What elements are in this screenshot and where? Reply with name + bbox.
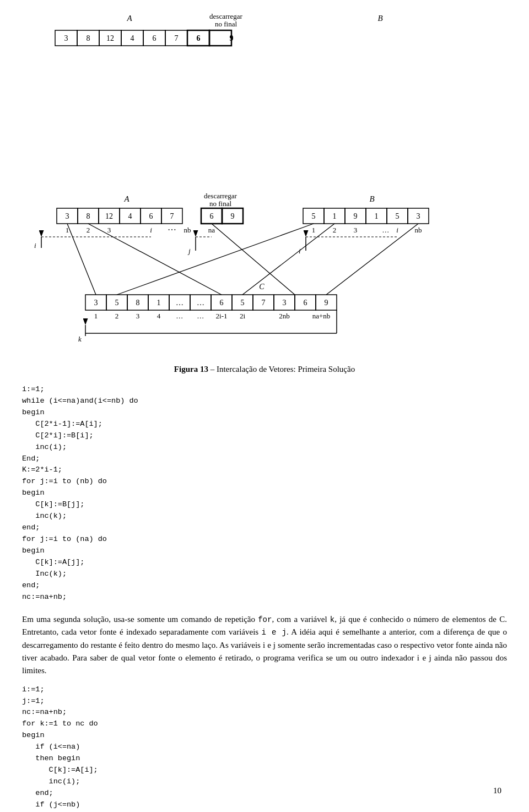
svg-text:no final: no final <box>215 20 237 28</box>
svg-text:4: 4 <box>128 212 132 220</box>
svg-text:j: j <box>187 247 191 255</box>
svg-text:6: 6 <box>149 212 153 220</box>
svg-text:…: … <box>197 299 204 307</box>
svg-text:2i: 2i <box>240 312 246 320</box>
svg-line-119 <box>212 224 295 295</box>
svg-text:no final: no final <box>209 199 231 208</box>
figure-diagram: A descarregar no final B 3 8 12 4 6 7 6 … <box>25 193 504 358</box>
svg-text:6: 6 <box>304 299 307 307</box>
svg-text:nb: nb <box>184 226 191 234</box>
svg-text:3: 3 <box>94 299 98 307</box>
svg-text:…: … <box>176 312 183 320</box>
svg-text:12: 12 <box>106 34 114 42</box>
svg-text:5: 5 <box>241 299 245 307</box>
svg-text:na: na <box>208 226 215 234</box>
svg-text:i: i <box>396 226 398 234</box>
svg-text:nb: nb <box>415 226 422 234</box>
svg-line-117 <box>117 224 314 295</box>
svg-text:9: 9 <box>354 212 358 220</box>
svg-text:2: 2 <box>115 312 119 320</box>
svg-text:1: 1 <box>333 212 337 220</box>
figure-caption-rest: – Intercalação de Vetores: Primeira Solu… <box>208 365 355 373</box>
svg-text:9: 9 <box>325 299 328 307</box>
svg-text:na+nb: na+nb <box>312 312 331 320</box>
svg-text:5: 5 <box>312 212 316 220</box>
svg-text:6: 6 <box>210 212 214 220</box>
svg-text:12: 12 <box>105 212 113 220</box>
svg-text:3: 3 <box>354 226 358 234</box>
svg-text:8: 8 <box>136 299 140 307</box>
svg-text:3: 3 <box>107 226 111 234</box>
para1-text-mid: , com a variável <box>272 615 330 624</box>
svg-rect-18 <box>209 30 231 46</box>
svg-text:7: 7 <box>170 212 174 220</box>
para1-mono1: for <box>258 615 272 624</box>
svg-text:9: 9 <box>231 212 235 220</box>
figure-svg: A descarregar no final B 3 8 12 4 6 <box>22 11 507 193</box>
svg-text:B: B <box>369 194 374 203</box>
svg-text:1: 1 <box>157 299 161 307</box>
para1-text-before: Em uma segunda solução, usa-se somente u… <box>22 615 258 624</box>
svg-text:2i-1: 2i-1 <box>216 312 228 320</box>
svg-line-120 <box>326 224 418 295</box>
svg-text:6: 6 <box>197 34 201 42</box>
svg-text:6: 6 <box>220 299 224 307</box>
figure-caption: Figura 13 – Intercalação de Vetores: Pri… <box>174 365 355 374</box>
svg-text:3: 3 <box>283 299 287 307</box>
figure-container: A descarregar no final B 3 8 12 4 6 <box>22 11 507 374</box>
svg-text:C: C <box>259 283 264 291</box>
svg-text:7: 7 <box>262 299 266 307</box>
svg-text:…: … <box>382 226 389 234</box>
para1-mono3: i e j <box>262 628 287 637</box>
svg-line-116 <box>88 224 222 295</box>
svg-text:2nb: 2nb <box>279 312 290 320</box>
svg-text:1: 1 <box>94 312 98 320</box>
svg-line-118 <box>242 224 334 295</box>
svg-text:8: 8 <box>87 212 90 220</box>
svg-text:B: B <box>377 14 382 23</box>
svg-text:6: 6 <box>153 34 156 42</box>
svg-text:…: … <box>176 299 183 307</box>
svg-text:1: 1 <box>312 226 316 234</box>
code-block-1: i:=1; while (i<=na)and(i<=nb) do begin C… <box>22 384 507 603</box>
paragraph-1: Em uma segunda solução, usa-se somente u… <box>22 613 507 678</box>
svg-text:2: 2 <box>87 226 90 234</box>
svg-text:1: 1 <box>375 212 379 220</box>
svg-text:A: A <box>123 194 129 203</box>
svg-text:5: 5 <box>115 299 119 307</box>
svg-text:7: 7 <box>175 34 179 42</box>
svg-text:2: 2 <box>333 226 337 234</box>
svg-text:4: 4 <box>157 312 161 320</box>
svg-text:3: 3 <box>136 312 140 320</box>
svg-text:A: A <box>126 14 132 23</box>
svg-text:descarregar: descarregar <box>209 12 243 20</box>
svg-text:3: 3 <box>66 212 69 220</box>
para1-mono2: k <box>330 615 334 624</box>
figure-caption-bold: Figura 13 <box>174 365 208 373</box>
svg-text:…: … <box>168 223 176 232</box>
svg-text:3: 3 <box>417 212 420 220</box>
svg-text:9: 9 <box>230 34 234 42</box>
svg-text:…: … <box>197 312 204 320</box>
svg-text:k: k <box>78 335 82 343</box>
svg-text:4: 4 <box>131 34 134 42</box>
svg-text:i: i <box>150 226 152 234</box>
svg-text:5: 5 <box>396 212 400 220</box>
page-number: 10 <box>493 786 501 795</box>
svg-text:3: 3 <box>64 34 68 42</box>
svg-text:i: i <box>34 241 36 250</box>
code-block-2: i:=1; j:=1; nc:=na+nb; for k:=1 to nc do… <box>22 684 507 812</box>
svg-text:8: 8 <box>87 34 90 42</box>
svg-line-115 <box>67 224 96 295</box>
